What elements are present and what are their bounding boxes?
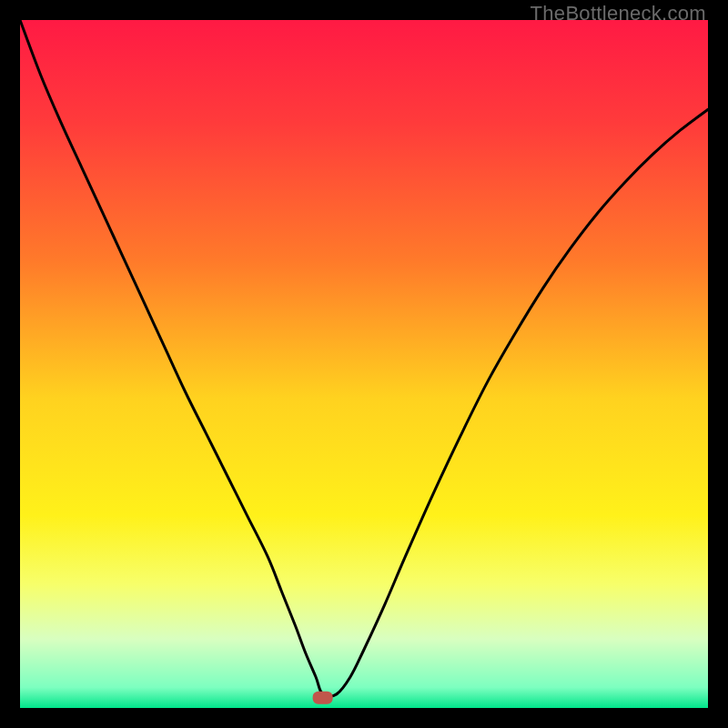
minimum-marker (313, 692, 333, 704)
chart-frame (20, 20, 708, 708)
watermark-text: TheBottleneck.com (531, 2, 706, 25)
gradient-background (20, 20, 708, 708)
bottleneck-curve-plot (20, 20, 708, 708)
